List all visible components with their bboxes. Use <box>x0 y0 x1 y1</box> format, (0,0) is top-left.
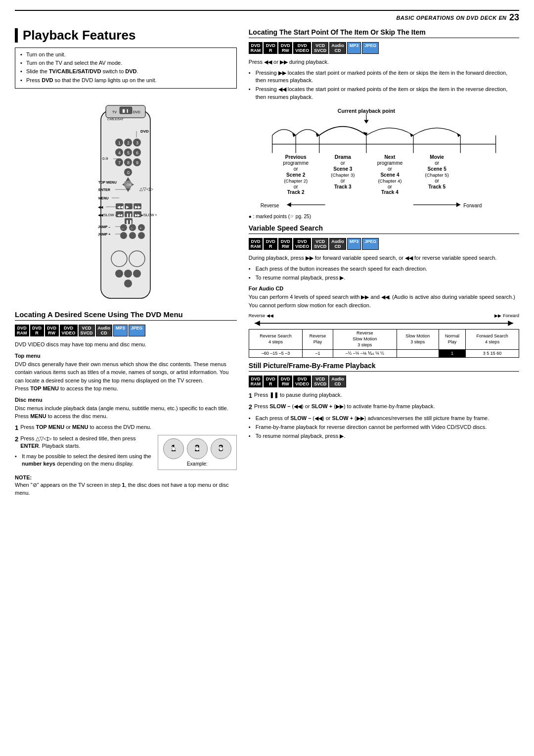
step-1-text: Press TOP MENU or MENU to access the DVD… <box>20 424 151 432</box>
still-picture-title: Still Picture/Frame-By-Frame Playback <box>249 362 519 372</box>
svg-text:❚❚: ❚❚ <box>126 213 132 217</box>
svg-text:or: or <box>341 160 346 166</box>
speed-diagram: Reverse ◀◀ ▶▶ Forward <box>249 313 519 358</box>
svg-text:Track 3: Track 3 <box>334 184 352 189</box>
still-bullet-3: To resume normal playback, press ▶. <box>249 432 519 440</box>
svg-text:JUMP –: JUMP – <box>98 225 110 229</box>
svg-point-74 <box>129 232 136 239</box>
badge-dvd-rw: DVDRW <box>45 325 59 336</box>
still-step-2: 2 Press SLOW – (◀◀) or SLOW + (▶▶) to ac… <box>249 403 519 412</box>
svg-text:Scene 3: Scene 3 <box>333 166 353 172</box>
svg-point-75 <box>138 232 145 239</box>
svg-text:or: or <box>388 166 393 172</box>
main-layout: Playback Features Turn on the unit. Turn… <box>15 28 519 497</box>
svg-text:or: or <box>293 166 298 172</box>
still-step-2-num: 2 <box>249 403 252 412</box>
badge-dvd-video: DVDVIDEO <box>60 325 78 336</box>
svg-text:4: 4 <box>118 150 121 155</box>
page-title: Playback Features <box>15 28 237 43</box>
vs-badge-row: DVDRAM DVDR DVDRW DVDVIDEO VCDSVCD Audio… <box>249 238 519 250</box>
svg-text:7: 7 <box>118 160 121 165</box>
badge-vcd-svcd: VCDSVCD <box>79 325 95 336</box>
svg-text:Scene 5: Scene 5 <box>427 166 446 172</box>
intro-bullet-2: Turn on the TV and select the AV mode. <box>20 59 231 67</box>
intro-bullet-3: Slide the TV/CABLE/SAT/DVD switch to DVD… <box>20 68 231 75</box>
svg-text:▶▶: ▶▶ <box>135 205 141 209</box>
still-step-1-text: Press ❚❚ to pause during playback. <box>254 391 342 400</box>
svg-point-78 <box>115 270 123 278</box>
badge-sp-jpeg: JPEG <box>362 42 379 54</box>
top-menu-text: DVD discs generally have their own menus… <box>15 360 237 393</box>
svg-text:OK: OK <box>127 183 132 187</box>
svg-text:▐▌▐: ▐▌▐ <box>122 109 129 113</box>
svg-text:3: 3 <box>136 141 138 145</box>
svg-text:+: + <box>139 226 142 231</box>
badge-sp-dvd-r: DVDR <box>264 42 277 54</box>
intro-bullet-box: Turn on the unit. Turn on the TV and sel… <box>15 47 237 89</box>
note-text: When "⊘" appears on the TV screen in ste… <box>15 482 228 495</box>
audio-cd-heading: For Audio CD <box>249 285 519 291</box>
badge-sp-dvd-ram: DVDRAM <box>249 42 263 54</box>
variable-speed-title: Variable Speed Search <box>249 224 519 234</box>
svg-text:Reverse: Reverse <box>261 203 279 208</box>
badge-sp-audio-cd: AudioCD <box>329 42 346 54</box>
badge-dvd-ram: DVDRAM <box>15 325 29 336</box>
header-title: BASIC OPERATIONS ON DVD DECK <box>396 15 496 21</box>
svg-text:△▽◁▷: △▽◁▷ <box>139 187 153 191</box>
svg-text:or: or <box>293 184 298 189</box>
intro-bullet-1: Turn on the unit. <box>20 51 231 58</box>
badge-audio-cd: AudioCD <box>96 325 113 336</box>
svg-text:1: 1 <box>118 141 121 145</box>
svg-text:Movie: Movie <box>430 154 444 160</box>
still-bullet-2: Frame-by-frame playback for reverse dire… <box>249 424 519 431</box>
svg-text:(Chapter 5): (Chapter 5) <box>425 172 448 178</box>
badge-stp-dvd-video: DVDVIDEO <box>293 376 311 387</box>
svg-text:ENTER: ENTER <box>98 188 110 191</box>
note-box: NOTE: When "⊘" appears on the TV screen … <box>15 474 237 497</box>
start-point-bullet-2: Pressing ◀◀ locates the start point or m… <box>249 86 519 101</box>
svg-text:Next: Next <box>384 154 396 160</box>
svg-marker-128 <box>456 202 460 207</box>
svg-text:or: or <box>388 184 393 189</box>
svg-text:programme: programme <box>377 160 402 166</box>
svg-text:(Chapter 3): (Chapter 3) <box>331 172 355 178</box>
svg-text:○: ○ <box>131 226 133 231</box>
header-bar: BASIC OPERATIONS ON DVD DECK EN 23 <box>15 10 519 24</box>
svg-point-73 <box>120 232 127 239</box>
svg-text:(Chapter 4): (Chapter 4) <box>378 178 401 184</box>
badge-sp-mp3: MP3 <box>347 42 361 54</box>
header-page: 23 <box>509 12 519 23</box>
svg-text:TV: TV <box>112 110 117 114</box>
svg-text:◀◀: ◀◀ <box>117 205 124 209</box>
svg-point-79 <box>124 270 132 278</box>
example-label: Example: <box>163 461 231 467</box>
badge-vs-mp3: MP3 <box>347 238 361 250</box>
svg-text:DVD: DVD <box>133 110 140 114</box>
top-menu-heading: Top menu <box>15 353 237 359</box>
svg-text:Track 4: Track 4 <box>381 189 399 195</box>
svg-text:❚❚: ❚❚ <box>126 220 133 224</box>
svg-marker-86 <box>410 133 413 137</box>
svg-text:Track 5: Track 5 <box>428 184 445 189</box>
col-left: Playback Features Turn on the unit. Turn… <box>15 28 237 497</box>
disc-2: 2 <box>187 438 208 459</box>
svg-text:(Chapter 2): (Chapter 2) <box>284 178 308 184</box>
svg-text:Drama: Drama <box>334 154 351 160</box>
svg-text:6: 6 <box>136 150 138 155</box>
badge-vs-dvd-r: DVDR <box>264 238 277 250</box>
still-step-2-text: Press SLOW – (◀◀) or SLOW + (▶▶) to acti… <box>254 403 435 412</box>
forward-label: ▶▶ Forward <box>494 313 519 318</box>
step-2-num: 2 <box>15 435 18 450</box>
dvd-menu-badge-row: DVDRAM DVDR DVDRW DVDVIDEO VCDSVCD Audio… <box>15 325 237 336</box>
remote-container: TV ▐▌▐ DVD CABLE/SAT DVD 0-9 1 2 3 4 <box>15 95 237 303</box>
svg-text:programme: programme <box>283 160 309 166</box>
svg-text:5: 5 <box>127 150 130 155</box>
disc-1: 1 <box>163 438 184 459</box>
svg-text:CABLE/SAT: CABLE/SAT <box>107 118 124 121</box>
header-lang: EN <box>499 15 506 21</box>
start-point-intro: Press ◀◀ or ▶▶ during playback. <box>249 58 519 66</box>
badge-stp-dvd-rw: DVDRW <box>278 376 292 387</box>
vs-intro: During playback, press ▶▶ for forward va… <box>249 254 519 262</box>
start-point-bullet-1: Pressing ▶▶ locates the start point or m… <box>249 69 519 85</box>
svg-text:–: – <box>122 226 124 231</box>
